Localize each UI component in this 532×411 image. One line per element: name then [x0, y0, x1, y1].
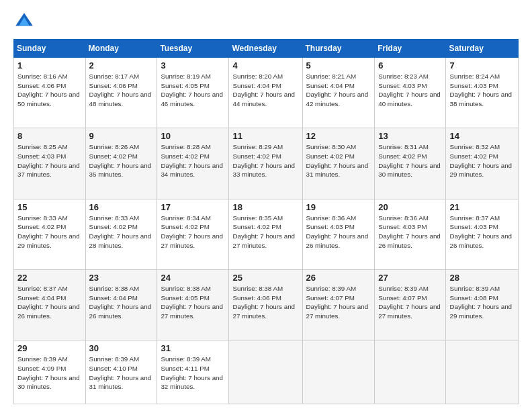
day-number: 22 — [17, 273, 82, 283]
calendar-cell: 28 Sunrise: 8:39 AM Sunset: 4:08 PM Dayl… — [446, 270, 519, 340]
day-number: 7 — [449, 60, 515, 71]
calendar-cell: 26 Sunrise: 8:39 AM Sunset: 4:07 PM Dayl… — [302, 270, 375, 340]
calendar-cell: 4 Sunrise: 8:20 AM Sunset: 4:04 PM Dayli… — [229, 58, 302, 128]
day-info: Sunrise: 8:38 AM Sunset: 4:04 PM Dayligh… — [89, 284, 154, 321]
logo — [13, 11, 39, 32]
day-info: Sunrise: 8:36 AM Sunset: 4:03 PM Dayligh… — [306, 214, 371, 250]
header — [13, 11, 519, 32]
day-number: 1 — [17, 60, 82, 71]
day-number: 2 — [89, 60, 154, 71]
week-row-5: 29 Sunrise: 8:39 AM Sunset: 4:09 PM Dayl… — [14, 340, 519, 404]
day-info: Sunrise: 8:33 AM Sunset: 4:02 PM Dayligh… — [17, 214, 82, 250]
day-number: 30 — [89, 343, 154, 353]
day-number: 17 — [161, 202, 225, 212]
calendar-cell: 17 Sunrise: 8:34 AM Sunset: 4:02 PM Dayl… — [157, 199, 229, 269]
day-info: Sunrise: 8:28 AM Sunset: 4:02 PM Dayligh… — [161, 142, 225, 179]
calendar-cell: 20 Sunrise: 8:36 AM Sunset: 4:03 PM Dayl… — [375, 199, 446, 269]
day-info: Sunrise: 8:26 AM Sunset: 4:02 PM Dayligh… — [89, 142, 154, 179]
day-number: 23 — [89, 273, 154, 283]
logo-icon — [13, 11, 35, 32]
day-info: Sunrise: 8:31 AM Sunset: 4:02 PM Dayligh… — [378, 142, 442, 179]
calendar-header-row: SundayMondayTuesdayWednesdayThursdayFrid… — [14, 40, 519, 58]
day-info: Sunrise: 8:35 AM Sunset: 4:02 PM Dayligh… — [232, 214, 298, 250]
day-info: Sunrise: 8:37 AM Sunset: 4:03 PM Dayligh… — [449, 214, 515, 250]
day-info: Sunrise: 8:23 AM Sunset: 4:03 PM Dayligh… — [378, 72, 442, 109]
day-number: 20 — [378, 202, 442, 212]
day-info: Sunrise: 8:39 AM Sunset: 4:11 PM Dayligh… — [161, 355, 225, 392]
day-number: 4 — [232, 60, 298, 71]
day-number: 14 — [449, 131, 515, 141]
day-info: Sunrise: 8:39 AM Sunset: 4:07 PM Dayligh… — [306, 284, 371, 321]
calendar-cell: 24 Sunrise: 8:38 AM Sunset: 4:05 PM Dayl… — [157, 270, 229, 340]
col-header-saturday: Saturday — [446, 40, 519, 58]
day-info: Sunrise: 8:37 AM Sunset: 4:04 PM Dayligh… — [17, 284, 82, 321]
day-info: Sunrise: 8:39 AM Sunset: 4:10 PM Dayligh… — [89, 355, 154, 392]
day-info: Sunrise: 8:24 AM Sunset: 4:03 PM Dayligh… — [449, 72, 515, 109]
day-number: 9 — [89, 131, 154, 141]
day-number: 13 — [378, 131, 442, 141]
calendar-cell: 8 Sunrise: 8:25 AM Sunset: 4:03 PM Dayli… — [14, 128, 86, 199]
day-number: 8 — [17, 131, 82, 141]
calendar-cell: 6 Sunrise: 8:23 AM Sunset: 4:03 PM Dayli… — [375, 58, 446, 128]
day-number: 18 — [232, 202, 298, 212]
calendar-cell: 30 Sunrise: 8:39 AM Sunset: 4:10 PM Dayl… — [85, 340, 157, 404]
day-info: Sunrise: 8:36 AM Sunset: 4:03 PM Dayligh… — [378, 214, 442, 250]
day-number: 16 — [89, 202, 154, 212]
day-info: Sunrise: 8:39 AM Sunset: 4:09 PM Dayligh… — [17, 355, 82, 392]
calendar-cell — [229, 340, 302, 404]
page: SundayMondayTuesdayWednesdayThursdayFrid… — [0, 0, 532, 411]
col-header-tuesday: Tuesday — [157, 40, 229, 58]
calendar-cell: 9 Sunrise: 8:26 AM Sunset: 4:02 PM Dayli… — [85, 128, 157, 199]
day-info: Sunrise: 8:34 AM Sunset: 4:02 PM Dayligh… — [161, 214, 225, 250]
calendar-cell — [446, 340, 519, 404]
col-header-sunday: Sunday — [14, 40, 86, 58]
calendar-cell — [302, 340, 375, 404]
calendar-cell: 19 Sunrise: 8:36 AM Sunset: 4:03 PM Dayl… — [302, 199, 375, 269]
calendar-cell: 27 Sunrise: 8:39 AM Sunset: 4:07 PM Dayl… — [375, 270, 446, 340]
day-info: Sunrise: 8:16 AM Sunset: 4:06 PM Dayligh… — [17, 72, 82, 109]
day-number: 29 — [17, 343, 82, 353]
day-number: 25 — [232, 273, 298, 283]
day-number: 19 — [306, 202, 371, 212]
day-info: Sunrise: 8:38 AM Sunset: 4:06 PM Dayligh… — [232, 284, 298, 321]
calendar-cell: 10 Sunrise: 8:28 AM Sunset: 4:02 PM Dayl… — [157, 128, 229, 199]
week-row-1: 1 Sunrise: 8:16 AM Sunset: 4:06 PM Dayli… — [14, 58, 519, 128]
col-header-monday: Monday — [85, 40, 157, 58]
calendar-cell: 23 Sunrise: 8:38 AM Sunset: 4:04 PM Dayl… — [85, 270, 157, 340]
calendar-cell: 18 Sunrise: 8:35 AM Sunset: 4:02 PM Dayl… — [229, 199, 302, 269]
day-number: 3 — [161, 60, 225, 71]
day-number: 31 — [161, 343, 225, 353]
day-info: Sunrise: 8:32 AM Sunset: 4:02 PM Dayligh… — [449, 142, 515, 179]
calendar-cell: 25 Sunrise: 8:38 AM Sunset: 4:06 PM Dayl… — [229, 270, 302, 340]
day-number: 27 — [378, 273, 442, 283]
day-number: 15 — [17, 202, 82, 212]
calendar-cell: 15 Sunrise: 8:33 AM Sunset: 4:02 PM Dayl… — [14, 199, 86, 269]
calendar-table: SundayMondayTuesdayWednesdayThursdayFrid… — [13, 39, 519, 404]
calendar-cell: 7 Sunrise: 8:24 AM Sunset: 4:03 PM Dayli… — [446, 58, 519, 128]
calendar-cell: 31 Sunrise: 8:39 AM Sunset: 4:11 PM Dayl… — [157, 340, 229, 404]
day-number: 21 — [449, 202, 515, 212]
calendar-cell: 2 Sunrise: 8:17 AM Sunset: 4:06 PM Dayli… — [85, 58, 157, 128]
day-number: 10 — [161, 131, 225, 141]
week-row-4: 22 Sunrise: 8:37 AM Sunset: 4:04 PM Dayl… — [14, 270, 519, 340]
day-info: Sunrise: 8:29 AM Sunset: 4:02 PM Dayligh… — [232, 142, 298, 179]
calendar-cell: 21 Sunrise: 8:37 AM Sunset: 4:03 PM Dayl… — [446, 199, 519, 269]
col-header-wednesday: Wednesday — [229, 40, 302, 58]
week-row-2: 8 Sunrise: 8:25 AM Sunset: 4:03 PM Dayli… — [14, 128, 519, 199]
calendar-cell: 11 Sunrise: 8:29 AM Sunset: 4:02 PM Dayl… — [229, 128, 302, 199]
day-number: 26 — [306, 273, 371, 283]
week-row-3: 15 Sunrise: 8:33 AM Sunset: 4:02 PM Dayl… — [14, 199, 519, 269]
day-number: 5 — [306, 60, 371, 71]
calendar-cell: 3 Sunrise: 8:19 AM Sunset: 4:05 PM Dayli… — [157, 58, 229, 128]
day-number: 6 — [378, 60, 442, 71]
day-info: Sunrise: 8:39 AM Sunset: 4:08 PM Dayligh… — [449, 284, 515, 321]
calendar-cell: 13 Sunrise: 8:31 AM Sunset: 4:02 PM Dayl… — [375, 128, 446, 199]
day-info: Sunrise: 8:20 AM Sunset: 4:04 PM Dayligh… — [232, 72, 298, 109]
day-info: Sunrise: 8:21 AM Sunset: 4:04 PM Dayligh… — [306, 72, 371, 109]
day-number: 28 — [449, 273, 515, 283]
day-number: 24 — [161, 273, 225, 283]
day-info: Sunrise: 8:17 AM Sunset: 4:06 PM Dayligh… — [89, 72, 154, 109]
calendar-cell: 14 Sunrise: 8:32 AM Sunset: 4:02 PM Dayl… — [446, 128, 519, 199]
day-info: Sunrise: 8:25 AM Sunset: 4:03 PM Dayligh… — [17, 142, 82, 179]
col-header-friday: Friday — [375, 40, 446, 58]
